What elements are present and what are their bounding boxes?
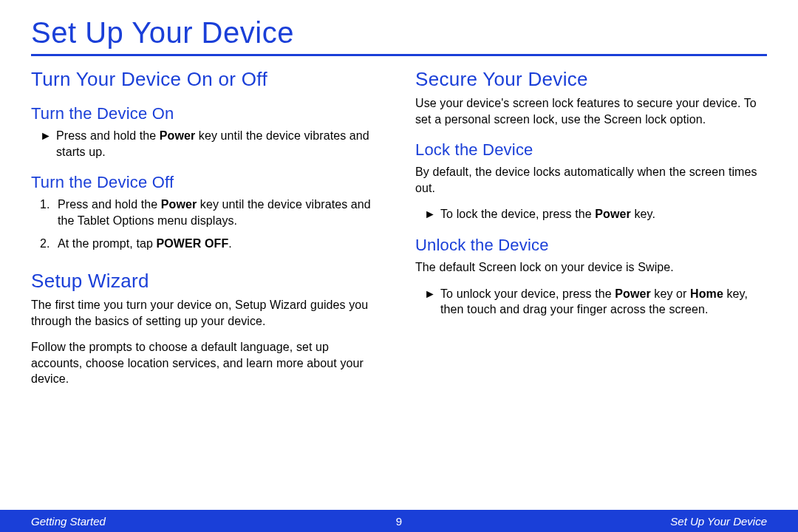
right-column: Secure Your Device Use your device's scr…: [415, 64, 767, 398]
bullet-lock: ► To lock the device, press the Power ke…: [415, 206, 767, 222]
bold-power: Power: [615, 287, 651, 300]
step-text: At the prompt, tap POWER OFF.: [58, 236, 383, 252]
text-fragment: Press and hold the: [56, 129, 160, 142]
text-fragment: key or: [651, 287, 690, 300]
bold-home: Home: [690, 287, 723, 300]
paragraph: Use your device's screen lock features t…: [415, 95, 767, 127]
text-fragment: .: [228, 237, 232, 250]
number-marker: 1.: [40, 197, 58, 228]
paragraph: The default Screen lock on your device i…: [415, 259, 767, 276]
heading-turn-off: Turn the Device Off: [31, 173, 383, 192]
number-marker: 2.: [40, 236, 58, 252]
heading-unlock-device: Unlock the Device: [415, 236, 767, 255]
bullet-text: To lock the device, press the Power key.: [440, 206, 767, 222]
footer-topic-name: Set Up Your Device: [670, 515, 767, 528]
heading-secure-device: Secure Your Device: [415, 68, 767, 91]
text-fragment: To lock the device, press the: [440, 208, 595, 220]
triangle-icon: ►: [424, 286, 440, 318]
page-footer: Getting Started 9 Set Up Your Device: [0, 510, 798, 532]
bullet-turn-on: ► Press and hold the Power key until the…: [31, 128, 383, 160]
bold-power: Power: [161, 198, 197, 211]
footer-section-name: Getting Started: [31, 515, 106, 528]
step-2: 2. At the prompt, tap POWER OFF.: [31, 236, 383, 252]
triangle-icon: ►: [424, 206, 440, 222]
text-fragment: key.: [631, 208, 655, 220]
footer-page-number: 9: [396, 515, 402, 528]
bold-power-off: POWER OFF: [157, 237, 229, 250]
heading-lock-device: Lock the Device: [415, 140, 767, 160]
left-column: Turn Your Device On or Off Turn the Devi…: [31, 64, 383, 398]
heading-turn-on-off: Turn Your Device On or Off: [31, 68, 383, 91]
paragraph: The first time you turn your device on, …: [31, 297, 383, 329]
text-fragment: To unlock your device, press the: [440, 287, 615, 300]
bullet-text: To unlock your device, press the Power k…: [440, 286, 767, 318]
heading-turn-on: Turn the Device On: [31, 104, 383, 123]
step-text: Press and hold the Power key until the d…: [58, 197, 383, 228]
bullet-unlock: ► To unlock your device, press the Power…: [415, 286, 767, 318]
text-fragment: At the prompt, tap: [58, 237, 157, 250]
paragraph: By default, the device locks automatical…: [415, 164, 767, 196]
bold-power: Power: [160, 129, 196, 142]
bold-power: Power: [595, 208, 631, 220]
paragraph: Follow the prompts to choose a default l…: [31, 339, 383, 387]
heading-setup-wizard: Setup Wizard: [31, 270, 383, 293]
content-columns: Turn Your Device On or Off Turn the Devi…: [31, 64, 767, 398]
step-1: 1. Press and hold the Power key until th…: [31, 197, 383, 228]
text-fragment: Press and hold the: [58, 198, 161, 211]
page-title: Set Up Your Device: [31, 16, 767, 56]
triangle-icon: ►: [40, 128, 56, 160]
bullet-text: Press and hold the Power key until the d…: [56, 128, 383, 160]
